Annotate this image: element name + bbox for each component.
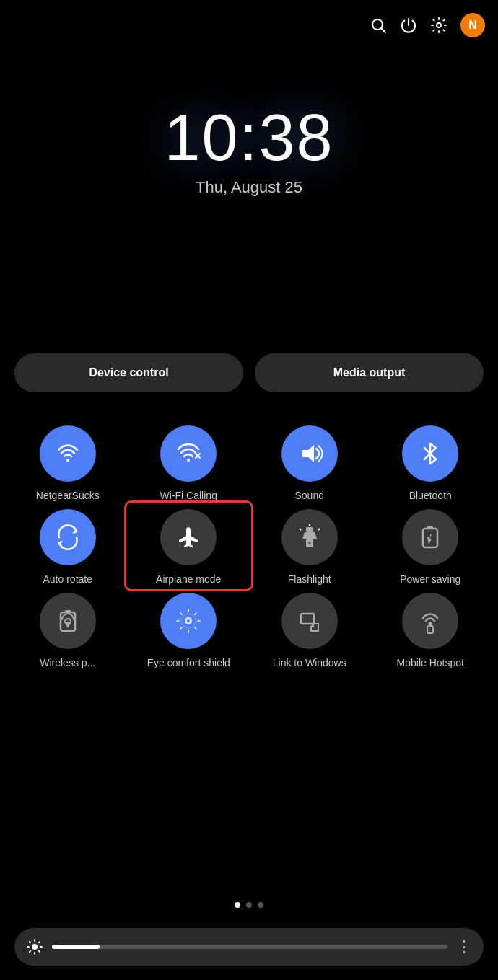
sound-icon-circle	[281, 425, 338, 482]
clock-area: 10:38 Thu, August 25	[0, 101, 498, 197]
brightness-fill	[52, 945, 100, 949]
device-control-button[interactable]: Device control	[14, 353, 243, 392]
bluetooth-label: Bluetooth	[409, 489, 452, 502]
svg-line-1	[382, 29, 386, 33]
wireless-share-icon-circle	[40, 593, 96, 649]
svg-rect-34	[427, 626, 433, 633]
dot-3	[258, 902, 263, 908]
tile-wifi-calling[interactable]: Wi-Fi Calling	[133, 425, 245, 502]
svg-marker-9	[302, 532, 317, 539]
svg-line-27	[195, 627, 196, 629]
media-output-button[interactable]: Media output	[255, 353, 484, 392]
mobile-hotspot-label: Mobile Hotspot	[397, 656, 464, 669]
svg-line-13	[300, 529, 301, 530]
svg-rect-15	[423, 529, 437, 547]
netgear-icon-circle	[40, 425, 96, 482]
clock-date: Thu, August 25	[0, 178, 498, 197]
eye-comfort-label: Eye comfort shield	[147, 656, 230, 669]
settings-icon[interactable]	[430, 17, 447, 34]
svg-line-29	[195, 613, 196, 614]
tile-netgear[interactable]: NetgearSucks	[12, 425, 123, 502]
sound-label: Sound	[295, 489, 324, 502]
wifi-calling-icon-circle	[160, 425, 217, 482]
svg-point-21	[187, 619, 190, 622]
flashlight-icon-circle	[281, 509, 338, 565]
tiles-row-3: Wireless p...	[7, 593, 491, 669]
svg-line-41	[39, 951, 40, 952]
auto-rotate-icon-circle	[40, 509, 96, 565]
brightness-bar[interactable]: ⋮	[14, 928, 484, 966]
svg-rect-17	[61, 612, 75, 631]
flashlight-label: Flashlight	[288, 573, 331, 586]
tile-wireless-share[interactable]: Wireless p...	[12, 593, 123, 669]
clock-time: 10:38	[0, 101, 498, 175]
netgear-label: NetgearSucks	[36, 489, 100, 502]
tiles-row-1: NetgearSucks Wi-Fi Calling	[7, 425, 491, 502]
svg-point-4	[187, 459, 190, 462]
quick-actions: Device control Media output	[14, 353, 484, 392]
svg-marker-7	[302, 445, 314, 462]
tile-eye-comfort[interactable]: Eye comfort shield	[133, 593, 245, 669]
auto-rotate-label: Auto rotate	[43, 573, 93, 586]
tile-bluetooth[interactable]: Bluetooth	[375, 425, 486, 502]
wireless-share-label: Wireless p...	[40, 656, 95, 669]
svg-line-14	[318, 529, 320, 530]
tile-airplane[interactable]: Airplane mode	[133, 509, 245, 586]
airplane-icon-circle	[160, 509, 217, 565]
mobile-hotspot-icon-circle	[402, 593, 458, 649]
link-windows-icon-circle	[281, 593, 338, 649]
svg-line-26	[180, 613, 182, 614]
svg-point-35	[32, 944, 38, 950]
user-avatar[interactable]: N	[460, 13, 485, 37]
bluetooth-icon-circle	[402, 425, 458, 482]
tiles-section: NetgearSucks Wi-Fi Calling	[7, 425, 491, 677]
tiles-row-2: Auto rotate Airplane mode	[7, 509, 491, 586]
svg-rect-30	[301, 614, 314, 624]
power-saving-icon-circle	[402, 509, 458, 565]
tile-auto-rotate[interactable]: Auto rotate	[12, 509, 123, 586]
svg-rect-16	[427, 526, 433, 529]
tile-mobile-hotspot[interactable]: Mobile Hotspot	[375, 593, 486, 669]
svg-rect-18	[65, 610, 71, 613]
tile-flashlight[interactable]: Flashlight	[253, 509, 365, 586]
brightness-icon	[26, 938, 43, 955]
power-saving-label: Power saving	[400, 573, 460, 586]
eye-comfort-icon-circle	[160, 593, 217, 649]
power-icon[interactable]	[400, 17, 417, 34]
search-icon[interactable]	[370, 17, 387, 34]
airplane-label: Airplane mode	[156, 573, 221, 586]
tile-link-windows[interactable]: Link to Windows	[253, 593, 365, 669]
wifi-calling-label: Wi-Fi Calling	[160, 489, 217, 502]
svg-line-42	[30, 951, 30, 952]
svg-line-40	[30, 942, 30, 943]
svg-line-43	[39, 942, 40, 943]
dot-1	[235, 902, 240, 908]
top-bar: N	[370, 0, 498, 37]
pagination-dots	[0, 902, 498, 908]
svg-rect-8	[306, 527, 313, 532]
svg-point-33	[429, 622, 432, 626]
dot-2	[246, 902, 252, 908]
tile-power-saving[interactable]: Power saving	[375, 509, 486, 586]
svg-line-28	[180, 627, 182, 629]
brightness-track[interactable]	[52, 945, 447, 949]
tile-sound[interactable]: Sound	[253, 425, 365, 502]
svg-point-2	[437, 23, 441, 27]
link-windows-label: Link to Windows	[273, 656, 346, 669]
svg-point-11	[308, 542, 311, 544]
svg-point-3	[66, 459, 69, 462]
brightness-menu-icon[interactable]: ⋮	[456, 937, 472, 956]
